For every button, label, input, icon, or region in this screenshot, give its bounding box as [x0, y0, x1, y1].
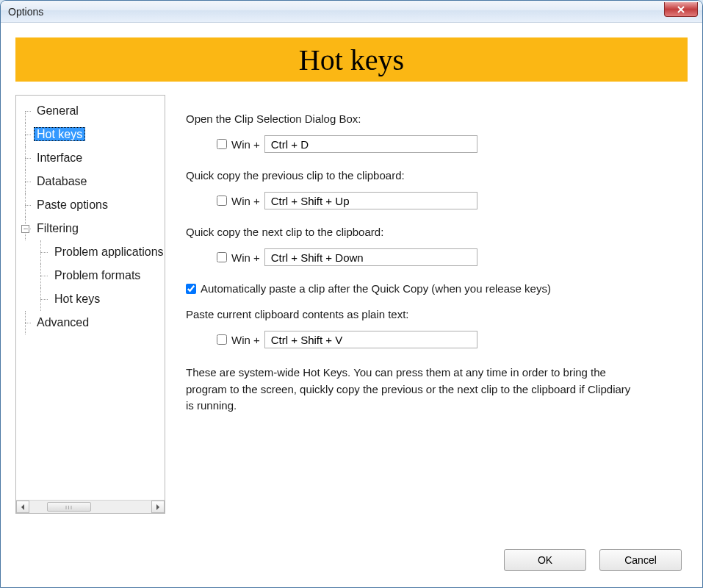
win-checkbox-next[interactable]: Win +	[217, 251, 260, 264]
close-icon	[677, 6, 685, 13]
hotkey-input-next[interactable]	[264, 248, 477, 266]
label-next-clip: Quick copy the next clip to the clipboar…	[186, 226, 680, 238]
page-banner: Hot keys	[15, 37, 688, 82]
cancel-button[interactable]: Cancel	[599, 549, 682, 571]
win-checkbox-prev[interactable]: Win +	[217, 195, 260, 207]
label-open-dialog: Open the Clip Selection Dialog Box:	[186, 112, 680, 125]
win-label: Win +	[231, 138, 260, 151]
win-checkbox-plain-input[interactable]	[217, 334, 227, 345]
tree-item-advanced[interactable]: Advanced	[16, 311, 165, 334]
row-plain-text: Win +	[186, 331, 680, 348]
win-checkbox-prev-input[interactable]	[217, 196, 227, 206]
win-checkbox-plain[interactable]: Win +	[217, 334, 260, 346]
window-title: Options	[8, 6, 43, 18]
win-checkbox-next-input[interactable]	[217, 252, 227, 262]
titlebar[interactable]: Options	[1, 1, 702, 23]
sidebar-tree[interactable]: General Hot keys Interface Database Past…	[15, 95, 165, 514]
client-area: Hot keys General Hot keys Interface Data…	[1, 23, 702, 524]
win-label: Win +	[231, 334, 260, 346]
win-checkbox-open-input[interactable]	[217, 139, 227, 149]
content-split: General Hot keys Interface Database Past…	[15, 95, 688, 514]
tree-item-hotkeys[interactable]: Hot keys	[16, 123, 165, 146]
scroll-left-button[interactable]	[16, 501, 29, 513]
options-dialog: Options Hot keys General Hot keys	[0, 0, 703, 588]
win-label: Win +	[231, 195, 260, 207]
hotkey-input-open[interactable]	[264, 135, 477, 153]
row-prev-clip: Win +	[186, 192, 680, 209]
row-open-dialog: Win +	[186, 135, 680, 153]
tree-item-problem-formats[interactable]: Problem formats	[16, 264, 165, 287]
hotkeys-note: These are system-wide Hot Keys. You can …	[186, 365, 641, 415]
auto-paste-label: Automatically paste a clip after the Qui…	[201, 282, 551, 295]
win-checkbox-open[interactable]: Win +	[217, 138, 260, 151]
auto-paste-checkbox[interactable]: Automatically paste a clip after the Qui…	[186, 282, 680, 295]
chevron-right-icon	[156, 504, 160, 510]
tree-item-problem-applications[interactable]: Problem applications	[16, 240, 165, 264]
close-button[interactable]	[664, 2, 698, 17]
tree-item-interface[interactable]: Interface	[16, 146, 165, 170]
tree-item-database[interactable]: Database	[16, 170, 165, 193]
label-prev-clip: Quick copy the previous clip to the clip…	[186, 169, 680, 182]
hotkey-input-plain[interactable]	[264, 331, 477, 348]
hotkey-input-prev[interactable]	[264, 192, 477, 209]
ok-button[interactable]: OK	[504, 549, 586, 571]
main-panel: Open the Clip Selection Dialog Box: Win …	[176, 95, 688, 514]
auto-paste-checkbox-input[interactable]	[186, 284, 196, 294]
chevron-left-icon	[21, 504, 25, 510]
tree-item-general[interactable]: General	[16, 99, 165, 123]
dialog-footer: OK Cancel	[504, 549, 682, 571]
tree-item-paste-options[interactable]: Paste options	[16, 193, 165, 217]
tree-item-filter-hotkeys[interactable]: Hot keys	[16, 287, 165, 311]
scroll-track[interactable]	[29, 501, 151, 513]
banner-title: Hot keys	[299, 43, 404, 77]
tree-item-filtering[interactable]: − Filtering	[16, 217, 165, 240]
row-next-clip: Win +	[186, 248, 680, 266]
sidebar-horizontal-scrollbar[interactable]	[16, 500, 165, 513]
label-plain-text: Paste current clipboard contents as plai…	[186, 308, 680, 320]
win-label: Win +	[231, 251, 260, 264]
scroll-thumb[interactable]	[47, 502, 91, 512]
scroll-right-button[interactable]	[151, 501, 165, 513]
expander-icon[interactable]: −	[21, 225, 29, 233]
tree-root: General Hot keys Interface Database Past…	[16, 99, 165, 334]
